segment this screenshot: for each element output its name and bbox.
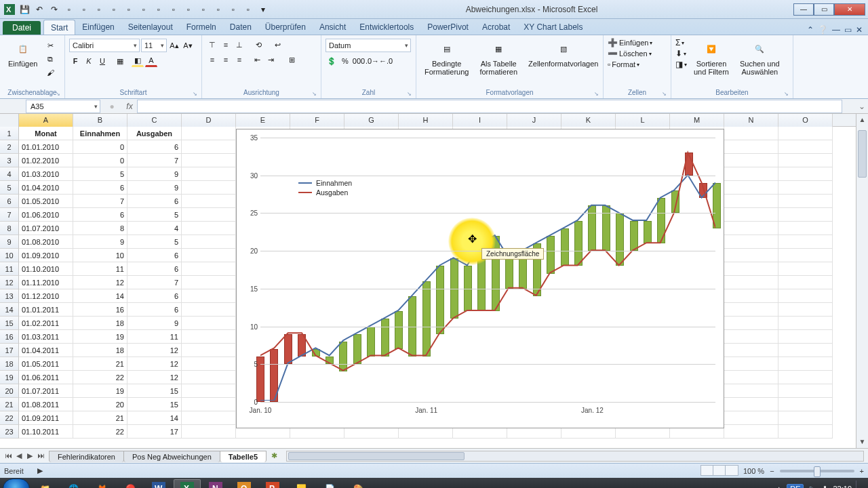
column-header[interactable]: F [290, 114, 344, 127]
scroll-down-icon[interactable]: ▼ [856, 436, 868, 448]
new-sheet-button[interactable]: ✱ [266, 451, 282, 460]
cell[interactable]: 20 [73, 398, 127, 411]
conditional-formatting-button[interactable]: ▤Bedingte Formatierung [420, 37, 473, 79]
ribbon-tab-einfügen[interactable]: Einfügen [75, 20, 121, 35]
qat-icon[interactable]: ▫ [226, 3, 240, 16]
cell[interactable]: 0 [73, 154, 127, 167]
cell[interactable]: 19 [73, 330, 127, 344]
row-header[interactable]: 16 [0, 330, 19, 344]
thousands-icon[interactable]: 000 [353, 55, 365, 67]
decrease-decimal-icon[interactable]: ←.0 [380, 55, 392, 67]
workbook-restore-icon[interactable]: ▭ [844, 25, 852, 35]
cell[interactable] [724, 195, 778, 208]
qat-icon[interactable]: ▫ [167, 3, 180, 16]
insert-cells-button[interactable]: ➕Einfügen▾ [608, 38, 652, 47]
cell[interactable]: 15 [127, 384, 182, 398]
sheet-tab[interactable]: Pos Neg Abweichungen [123, 451, 220, 462]
cell[interactable]: 01.07.2010 [19, 222, 73, 235]
ribbon-tab-ansicht[interactable]: Ansicht [313, 20, 353, 35]
taskbar-folder-icon[interactable]: 📁 [31, 479, 58, 488]
zoom-level[interactable]: 100 % [743, 467, 764, 475]
scroll-thumb[interactable] [858, 130, 867, 178]
qat-icon[interactable]: ▫ [241, 3, 255, 16]
percent-icon[interactable]: % [339, 55, 351, 67]
sheet-tab[interactable]: Tabelle5 [220, 451, 267, 462]
undo-icon[interactable]: ↶ [33, 3, 46, 16]
row-header[interactable]: 19 [0, 371, 19, 384]
cell[interactable]: Monat [19, 127, 73, 140]
cell[interactable] [778, 235, 833, 249]
cell[interactable]: 4 [127, 222, 182, 235]
cell[interactable] [182, 425, 236, 439]
macro-record-icon[interactable]: ▶ [37, 466, 43, 475]
cell[interactable] [182, 384, 236, 398]
cell[interactable] [778, 249, 833, 262]
ribbon-tab-daten[interactable]: Daten [223, 20, 258, 35]
ribbon-tab-powerpivot[interactable]: PowerPivot [420, 20, 475, 35]
formula-input[interactable] [137, 100, 842, 113]
cell[interactable] [778, 330, 833, 344]
align-bottom-icon[interactable]: ⊥ [233, 39, 245, 51]
qat-icon[interactable]: ▫ [212, 3, 225, 16]
cell[interactable]: 8 [73, 222, 127, 235]
taskbar-word-icon[interactable]: W [145, 479, 172, 488]
cell[interactable]: 14 [127, 411, 182, 425]
zoom-in-icon[interactable]: + [860, 467, 864, 475]
column-header[interactable]: L [616, 114, 670, 127]
taskbar-chrome-icon[interactable]: 🔴 [117, 479, 144, 488]
cell[interactable]: 01.10.2010 [19, 262, 73, 276]
cell[interactable]: 7 [127, 154, 182, 167]
cell[interactable] [778, 222, 833, 235]
cell[interactable] [724, 384, 778, 398]
row-header[interactable]: 21 [0, 398, 19, 411]
cell[interactable] [182, 330, 236, 344]
cell[interactable] [182, 317, 236, 330]
qat-icon[interactable]: ▫ [152, 3, 165, 16]
cell[interactable]: 7 [73, 195, 127, 208]
cell[interactable] [778, 167, 833, 181]
number-format-combo[interactable]: Datum [326, 39, 411, 52]
cell[interactable]: 01.05.2011 [19, 357, 73, 371]
help-icon[interactable]: ❔ [818, 25, 828, 35]
cell[interactable] [724, 140, 778, 154]
delete-cells-button[interactable]: ➖Löschen▾ [608, 49, 652, 58]
cell[interactable]: 5 [73, 167, 127, 181]
cell[interactable]: 01.07.2011 [19, 384, 73, 398]
cell[interactable] [724, 235, 778, 249]
row-header[interactable]: 2 [0, 140, 19, 154]
vertical-scrollbar[interactable]: ▲ ▼ [856, 114, 868, 448]
cell[interactable] [182, 249, 236, 262]
name-box[interactable]: A35 [26, 100, 100, 113]
cell[interactable]: 21 [73, 357, 127, 371]
cell[interactable] [182, 195, 236, 208]
row-header[interactable]: 12 [0, 276, 19, 289]
align-center-icon[interactable]: ≡ [220, 54, 232, 66]
cell[interactable] [724, 127, 778, 140]
cell[interactable]: 01.10.2011 [19, 425, 73, 439]
cell[interactable]: 01.06.2010 [19, 208, 73, 222]
cell[interactable] [778, 371, 833, 384]
cell[interactable] [778, 411, 833, 425]
cell[interactable] [724, 411, 778, 425]
row-header[interactable]: 20 [0, 384, 19, 398]
cell[interactable]: 9 [127, 317, 182, 330]
cell[interactable]: 01.01.2011 [19, 303, 73, 317]
ribbon-tab-start[interactable]: Start [43, 20, 75, 35]
cell[interactable]: 9 [127, 181, 182, 195]
paste-button[interactable]: 📋 Einfügen [4, 37, 41, 70]
increase-indent-icon[interactable]: ⇥ [264, 54, 277, 66]
cell[interactable]: 01.09.2010 [19, 249, 73, 262]
cell[interactable]: 22 [73, 425, 127, 439]
cell[interactable] [724, 289, 778, 303]
ribbon-tab-xy chart labels[interactable]: XY Chart Labels [517, 20, 589, 35]
cell[interactable]: 6 [127, 249, 182, 262]
cell[interactable]: 6 [127, 262, 182, 276]
decrease-font-icon[interactable]: A▾ [182, 39, 194, 52]
column-header[interactable]: C [127, 114, 182, 127]
ribbon-minimize-icon[interactable]: ⌃ [807, 25, 814, 35]
cell[interactable] [182, 371, 236, 384]
cell[interactable]: 6 [127, 140, 182, 154]
qat-icon[interactable]: ▫ [137, 3, 151, 16]
ribbon-tab-entwicklertools[interactable]: Entwicklertools [353, 20, 420, 35]
row-header[interactable]: 5 [0, 181, 19, 195]
